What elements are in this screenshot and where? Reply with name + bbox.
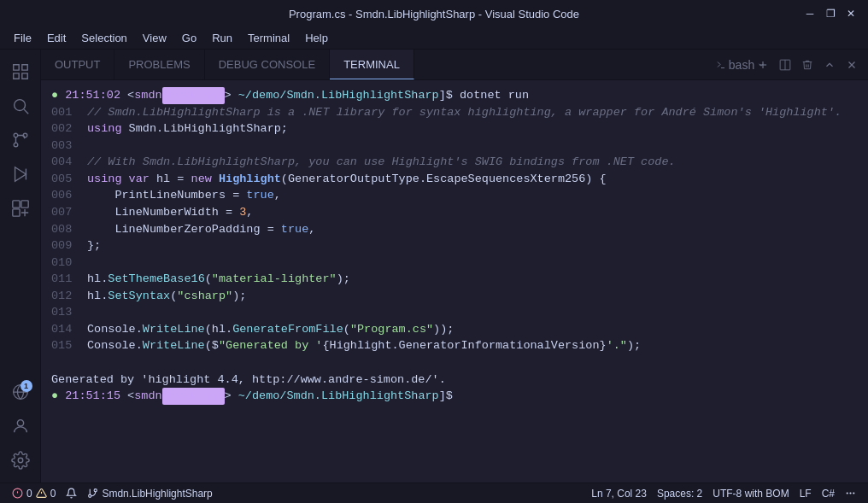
error-count: 0 [26, 488, 32, 500]
activity-remote[interactable] [5, 377, 36, 407]
ns-002: Smdn.LibHighlightSharp; [129, 120, 288, 137]
tab-output[interactable]: OUTPUT [41, 50, 114, 79]
p1-014: (hl. [205, 321, 232, 338]
status-notifications[interactable] [61, 483, 82, 503]
svg-rect-7 [12, 201, 19, 208]
terminal-prompt2-host: @hostname [162, 388, 225, 405]
line-number-004: 004 [51, 154, 87, 171]
terminal-prompt2-time: 21:51:15 [65, 388, 120, 405]
svg-rect-8 [21, 201, 27, 208]
split-terminal-button[interactable] [776, 56, 795, 74]
line-number-001: 001 [51, 104, 87, 121]
terminal-line-prompt2: ● 21:51:15 < smdn @hostname > ~/demo/Smd… [51, 388, 858, 405]
svg-point-11 [18, 458, 23, 463]
svg-point-10 [17, 420, 23, 426]
terminal-line-005: 005 using var hl = new Highlight (Genera… [51, 171, 858, 188]
p2-011: ); [337, 271, 350, 288]
str-011: "material-lighter" [212, 271, 337, 288]
terminal-prompt1-time: 21:51:02 [65, 87, 120, 104]
num-007: 3 [239, 204, 246, 221]
shell-label: bash [729, 58, 754, 72]
kill-terminal-button[interactable] [798, 56, 817, 74]
svg-point-0 [14, 100, 25, 111]
p1-012: ( [170, 288, 177, 305]
menu-run[interactable]: Run [205, 30, 239, 46]
terminal-line-013: 013 [51, 304, 858, 321]
activity-settings[interactable] [5, 445, 36, 476]
str-012: "csharp" [177, 288, 232, 305]
menu-terminal[interactable]: Terminal [241, 30, 296, 46]
new-terminal-button[interactable] [754, 56, 772, 74]
tab-terminal[interactable]: TERMINAL [330, 50, 414, 79]
terminal-prompt2-bullet: ● [51, 388, 65, 405]
p3-014: )); [433, 321, 454, 338]
spaces-text: Spaces: 2 [657, 488, 702, 500]
terminal-line-006: 006 PrintLineNumbers = true , [51, 187, 858, 204]
comment-001: // Smdn.LibHighlightSharp is a .NET libr… [87, 104, 842, 121]
branch-name: Smdn.LibHighlightSharp [102, 488, 212, 500]
shell-selector[interactable]: bash [731, 56, 750, 74]
terminal-prompt1-separator1: < [120, 87, 134, 104]
comma-006: , [274, 187, 281, 204]
terminal-prompt1-bullet: ● [51, 87, 65, 104]
activity-run[interactable] [5, 159, 36, 190]
menu-go[interactable]: Go [175, 30, 203, 46]
status-eol[interactable]: LF [795, 483, 817, 503]
line-number-013: 013 [51, 304, 87, 321]
terminal-prompt1-dollar: ]$ [439, 87, 460, 104]
console-015: Console. [87, 337, 143, 354]
comma-007: , [246, 204, 253, 221]
activity-extensions[interactable] [5, 193, 36, 224]
terminal-line-007: 007 LineNumberWidth = 3 , [51, 204, 858, 221]
str-015a: "Generated by ' [219, 337, 323, 354]
activity-explorer[interactable] [5, 56, 36, 87]
terminal-output-footer: Generated by 'highlight 4.4, http://www.… [51, 371, 858, 389]
kw-var-005: var [129, 171, 156, 188]
encoding-text: UTF-8 with BOM [713, 488, 789, 500]
menu-edit[interactable]: Edit [40, 30, 73, 46]
terminal-prompt2-dollar: ]$ [439, 388, 453, 405]
status-spaces[interactable]: Spaces: 2 [652, 483, 707, 503]
activity-source-control[interactable] [5, 125, 36, 155]
statusbar: 0 0 Smdn.LibHighlightSharp Ln 7, Col 23 … [0, 483, 868, 503]
title-text: Program.cs - Smdn.LibHighlightSharp - Vi… [289, 8, 579, 20]
status-encoding[interactable]: UTF-8 with BOM [707, 483, 794, 503]
status-errors[interactable]: 0 0 [7, 483, 61, 503]
svg-point-27 [850, 493, 851, 494]
panel-chevron-up[interactable] [820, 56, 839, 74]
status-position[interactable]: Ln 7, Col 23 [586, 483, 652, 503]
paren-005: (GeneratorOutputType.EscapeSequencesXter… [281, 171, 607, 188]
menu-file[interactable]: File [7, 30, 38, 46]
position-text: Ln 7, Col 23 [591, 488, 647, 500]
terminal-prompt1-user: smdn [134, 87, 161, 104]
panel-close[interactable] [842, 56, 861, 74]
terminal-line-004: 004 // With Smdn.LibHighlightSharp, you … [51, 154, 858, 171]
hl-012: hl. [87, 288, 108, 305]
maximize-button[interactable]: ❐ [824, 7, 837, 20]
tabs-bar: OUTPUT PROBLEMS DEBUG CONSOLE TERMINAL b… [41, 50, 868, 80]
status-branch[interactable]: Smdn.LibHighlightSharp [82, 483, 217, 503]
terminal-line-prompt1: ● 21:51:02 < smdn @hostname > ~/demo/Smd… [51, 87, 858, 104]
close-button[interactable]: ✕ [844, 7, 858, 20]
menu-view[interactable]: View [136, 30, 173, 46]
p2-012: ); [232, 288, 246, 305]
svg-point-28 [853, 493, 854, 494]
menu-selection[interactable]: Selection [74, 30, 133, 46]
status-remote-notifications[interactable] [840, 483, 861, 503]
activity-account[interactable] [5, 411, 36, 442]
minimize-button[interactable]: ─ [803, 7, 817, 20]
activity-search[interactable] [5, 91, 36, 121]
terminal-content[interactable]: ● 21:51:02 < smdn @hostname > ~/demo/Smd… [41, 80, 868, 483]
terminal-line-008: 008 LineNumberZeroPadding = true , [51, 221, 858, 238]
tab-problems[interactable]: PROBLEMS [114, 50, 204, 79]
tab-debug-console[interactable]: DEBUG CONSOLE [205, 50, 330, 79]
terminal-blank-1 [51, 354, 858, 371]
svg-point-29 [847, 493, 847, 494]
svg-rect-9 [12, 209, 19, 216]
svg-marker-5 [15, 167, 26, 182]
terminal-line-014: 014 Console. WriteLine (hl. GenerateFrom… [51, 321, 858, 338]
status-language[interactable]: C# [817, 483, 840, 503]
line-number-014: 014 [51, 321, 87, 338]
interp-015: {Highlight.GeneratorInformationalVersion… [322, 337, 606, 354]
menu-help[interactable]: Help [298, 30, 335, 46]
